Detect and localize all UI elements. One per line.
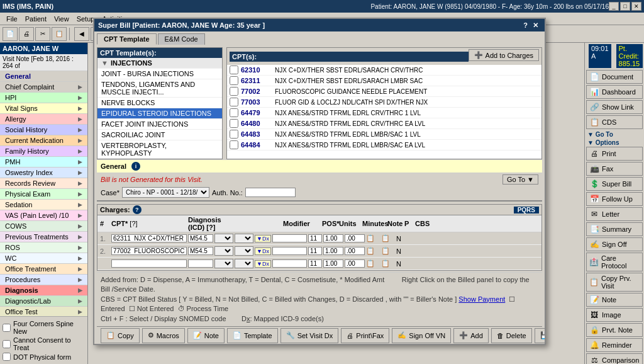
charge-row2-cpt-input[interactable] bbox=[111, 247, 187, 255]
rs-item-follow-up[interactable]: 📅 Follow Up bbox=[586, 192, 643, 206]
cpt-checkbox-77003[interactable] bbox=[230, 98, 238, 106]
print-fax-button[interactable]: 🖨 Print\Fax bbox=[341, 328, 389, 343]
rs-item-comparison[interactable]: ⚖ Comparison bbox=[586, 353, 643, 364]
charge-row2-diag-select1[interactable] bbox=[214, 246, 233, 256]
rs-item-dashboard[interactable]: 📊 Dashboard bbox=[586, 85, 643, 99]
charge-row3-diag-select2[interactable] bbox=[235, 259, 253, 268]
sidebar-item-physical-exam[interactable]: Physical Exam ▶ bbox=[0, 189, 87, 200]
sidebar-item-wc[interactable]: WC ▶ bbox=[0, 253, 87, 264]
toolbar-btn-1[interactable]: 📄 bbox=[3, 27, 18, 41]
rs-item-super-bill[interactable]: 💲 Super Bill bbox=[586, 177, 643, 191]
close-button[interactable]: ✕ bbox=[631, 2, 641, 11]
case-select[interactable]: Chiro - NP - 0001 - 12/18/ bbox=[122, 187, 209, 198]
menu-patient[interactable]: Patient bbox=[21, 14, 50, 23]
toolbar-btn-5[interactable]: ◀ bbox=[74, 27, 89, 41]
charge-row1-pos-input[interactable] bbox=[308, 234, 322, 242]
add-to-charges-button[interactable]: ➕ Add to Charges bbox=[469, 49, 539, 61]
dot-physical-checkbox[interactable] bbox=[3, 353, 11, 361]
rs-item-image[interactable]: 🖼 Image bbox=[586, 308, 643, 322]
rs-item-care-protocol[interactable]: 🏥 Care Protocol bbox=[586, 253, 643, 271]
rs-item-show-link[interactable]: 🔗 Show Link bbox=[586, 100, 643, 114]
template-item-nerve-blocks[interactable]: NERVE BLOCKS bbox=[97, 98, 222, 108]
charge-row2-minutes-input[interactable] bbox=[345, 247, 365, 255]
toolbar-btn-4[interactable]: 📋 bbox=[52, 27, 67, 41]
macros-button[interactable]: ⚙ Macros bbox=[142, 328, 185, 343]
sidebar-item-chief-complaint[interactable]: Chief Complaint ▶ bbox=[0, 82, 87, 93]
rs-item-summary[interactable]: 📑 Summary bbox=[586, 222, 643, 236]
minimize-button[interactable]: _ bbox=[609, 2, 619, 11]
goto-button[interactable]: Go To ▼ bbox=[502, 174, 538, 185]
charge-row2-diag-input[interactable] bbox=[188, 247, 213, 255]
sidebar-item-procedures[interactable]: Procedures ▶ bbox=[0, 275, 87, 285]
charge-row2-pos-input[interactable] bbox=[308, 247, 322, 255]
show-payment-link[interactable]: Show Payment bbox=[458, 295, 505, 303]
auth-number-input[interactable] bbox=[245, 188, 296, 197]
cpt-checkbox-64480[interactable] bbox=[230, 119, 238, 128]
charge-row3-dx-button[interactable]: ▼Dx bbox=[255, 260, 271, 268]
charge-row1-diag-input[interactable] bbox=[188, 234, 213, 242]
charge-row1-minutes-input[interactable] bbox=[345, 234, 365, 242]
sidebar-item-cows[interactable]: COWS ▶ bbox=[0, 221, 87, 232]
charge-row3-cpt-input[interactable] bbox=[111, 259, 187, 268]
general-info-icon[interactable]: i bbox=[131, 162, 140, 171]
sidebar-item-general[interactable]: General bbox=[0, 71, 87, 82]
four-corners-checkbox[interactable] bbox=[3, 324, 11, 332]
charge-row1-dx-button[interactable]: ▼Dx bbox=[255, 235, 271, 242]
charge-row2-diag-select2[interactable] bbox=[235, 246, 253, 256]
rs-item-sign-off[interactable]: ✍ Sign Off bbox=[586, 237, 643, 251]
sidebar-item-ros[interactable]: ROS ▶ bbox=[0, 242, 87, 253]
sidebar-item-current-medication[interactable]: Current Medication ▶ bbox=[0, 135, 87, 146]
save-button[interactable]: 💾 Save bbox=[535, 328, 545, 343]
sidebar-item-diagnostic-lab[interactable]: Diagnostic/Lab ▶ bbox=[0, 296, 87, 307]
cpt-checkbox-64484[interactable] bbox=[230, 140, 238, 149]
cannot-consent-checkbox[interactable] bbox=[3, 340, 11, 348]
template-button[interactable]: 📄 Template bbox=[227, 328, 278, 343]
charge-row3-modifier-input[interactable] bbox=[272, 259, 307, 268]
note-button[interactable]: 📝 Note bbox=[187, 328, 225, 343]
template-item-joint-bursa[interactable]: JOINT - BURSA INJECTIONS bbox=[97, 69, 222, 79]
add-button[interactable]: ➕ Add bbox=[453, 328, 489, 343]
sidebar-item-social-history[interactable]: Social History ▶ bbox=[0, 125, 87, 135]
charge-row3-pos-input[interactable] bbox=[308, 259, 322, 268]
sidebar-item-pmh[interactable]: PMH ▶ bbox=[0, 157, 87, 168]
charge-row2-dx-button[interactable]: ▼Dx bbox=[255, 247, 271, 255]
sidebar-item-office-treatment[interactable]: Office Treatment ▶ bbox=[0, 264, 87, 275]
sidebar-item-diagnosis[interactable]: Diagnosis ▶ bbox=[0, 285, 87, 296]
rs-item-document[interactable]: 📄 Document bbox=[586, 70, 643, 84]
maximize-button[interactable]: □ bbox=[620, 2, 630, 11]
charges-info-icon[interactable]: ? bbox=[133, 205, 142, 214]
cpt-checkbox-62311[interactable] bbox=[230, 76, 238, 85]
sidebar-item-previous-treatments[interactable]: Previous Treatments ▶ bbox=[0, 232, 87, 242]
sidebar-item-hpi[interactable]: HPI ▶ bbox=[0, 93, 87, 103]
sidebar-item-office-test[interactable]: Office Test ▶ bbox=[0, 307, 87, 316]
sidebar-item-vital-signs[interactable]: Vital Signs ▶ bbox=[0, 103, 87, 114]
template-item-injections[interactable]: ▼ INJECTIONS bbox=[97, 58, 222, 69]
rs-item-fax[interactable]: 📠 Fax bbox=[586, 162, 643, 176]
charge-row1-units-input[interactable] bbox=[323, 234, 343, 242]
rs-item-copy-prv-visit[interactable]: 📋 Copy Prv. Visit bbox=[586, 273, 643, 292]
sidebar-item-oswestry[interactable]: Oswestry Index ▶ bbox=[0, 168, 87, 178]
delete-button[interactable]: 🗑 Delete bbox=[491, 328, 532, 343]
rs-item-letter[interactable]: ✉ Letter bbox=[586, 207, 643, 221]
cpt-checkbox-64479[interactable] bbox=[230, 108, 238, 117]
menu-view[interactable]: View bbox=[50, 14, 73, 23]
rs-item-cds[interactable]: 📋 CDS bbox=[586, 115, 643, 129]
sidebar-item-vas[interactable]: VAS (Pain Level) /10 ▶ bbox=[0, 210, 87, 221]
charge-row1-diag-select2[interactable] bbox=[235, 234, 253, 243]
template-item-tendons[interactable]: TENDONS, LIGAMENTS AND MUSCLE INJECTI... bbox=[97, 79, 222, 98]
charge-row3-units-input[interactable] bbox=[323, 259, 343, 268]
cpt-checkbox-64483[interactable] bbox=[230, 130, 238, 139]
cpt-checkbox-77002[interactable] bbox=[230, 87, 238, 96]
menu-file[interactable]: File bbox=[3, 14, 21, 23]
charge-row1-cpt-input[interactable] bbox=[111, 234, 187, 242]
charge-row3-diag-input[interactable] bbox=[188, 259, 213, 268]
template-item-sacroiliac[interactable]: SACROILIAC JOINT bbox=[97, 130, 222, 140]
sidebar-item-records-review[interactable]: Records Review ▶ bbox=[0, 178, 87, 189]
charge-row3-minutes-input[interactable] bbox=[345, 259, 365, 268]
template-item-vertebroplasty[interactable]: VERTEBROPLASTY, KYPHOPLASTY bbox=[97, 140, 222, 159]
sidebar-item-sedation[interactable]: Sedation ▶ bbox=[0, 200, 87, 210]
rs-item-print[interactable]: 🖨 Print bbox=[586, 147, 643, 161]
toolbar-btn-2[interactable]: 🖨 bbox=[19, 27, 34, 41]
template-item-facet[interactable]: FACET JOINT INJECTIONS bbox=[97, 119, 222, 130]
sidebar-item-allergy[interactable]: Allergy ▶ bbox=[0, 114, 87, 125]
